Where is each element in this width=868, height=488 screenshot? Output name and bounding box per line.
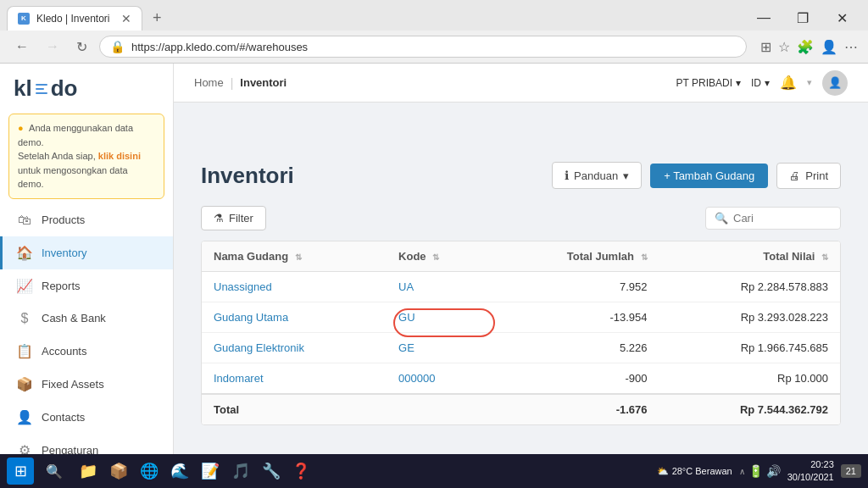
- sort-icon-kode: ⇅: [432, 252, 439, 262]
- restore-button[interactable]: ❐: [783, 5, 822, 30]
- sidebar-item-fixed-assets[interactable]: 📦 Fixed Assets: [0, 368, 173, 401]
- taskbar-spotify[interactable]: 🎵: [227, 458, 254, 485]
- sidebar-item-contacts[interactable]: 👤 Contacts: [0, 401, 173, 434]
- notifications-count[interactable]: 21: [841, 464, 861, 478]
- sort-icon-nilai: ⇅: [821, 252, 828, 262]
- row-2-nama[interactable]: Gudang Elektronik: [202, 333, 387, 363]
- row-1-jumlah: -13.954: [491, 302, 659, 333]
- company-selector[interactable]: PT PRIBADI ▾: [676, 77, 741, 89]
- sidebar-label-contacts: Contacts: [42, 411, 85, 424]
- sidebar-label-accounts: Accounts: [42, 345, 86, 358]
- grid-icon[interactable]: ⊞: [760, 39, 771, 55]
- row-1-kode[interactable]: GU: [387, 302, 491, 333]
- taskbar-system-icons: ∧ 🔋 🔊: [739, 464, 781, 478]
- tambah-gudang-button[interactable]: + Tambah Gudang: [650, 164, 768, 188]
- start-button[interactable]: ⊞: [7, 458, 34, 485]
- extensions-icon[interactable]: 🧩: [797, 39, 814, 55]
- refresh-button[interactable]: ↻: [71, 37, 92, 57]
- row-0-nama[interactable]: Unassigned: [202, 272, 387, 302]
- forward-button[interactable]: →: [41, 37, 64, 56]
- minimize-button[interactable]: —: [744, 5, 783, 30]
- clock-display[interactable]: 20:23 30/10/2021: [787, 458, 834, 485]
- taskbar-app2-icon: 🔧: [262, 462, 281, 480]
- language-selector[interactable]: ID ▾: [751, 77, 770, 89]
- address-bar-row: ← → ↻ 🔒 https://app.kledo.com/#/warehous…: [0, 30, 868, 63]
- filter-button[interactable]: ⚗ Filter: [201, 206, 266, 230]
- taskbar-files[interactable]: 📁: [75, 458, 102, 485]
- sidebar-item-products[interactable]: 🛍 Products: [0, 204, 173, 236]
- sidebar-item-inventory[interactable]: 🏠 Inventory: [0, 236, 173, 269]
- logo-text-do: do: [51, 75, 78, 102]
- taskbar-dropbox-icon: 📦: [109, 462, 128, 480]
- notification-icon[interactable]: 🔔: [780, 75, 797, 91]
- col-total-nilai[interactable]: Total Nilai ⇅: [659, 241, 840, 272]
- tab-favicon: K: [18, 13, 30, 25]
- row-2-jumlah: 5.226: [491, 333, 659, 363]
- company-name: PT PRIBADI: [676, 77, 732, 89]
- star-icon[interactable]: ☆: [778, 39, 790, 55]
- sidebar-label-fixed-assets: Fixed Assets: [42, 378, 104, 391]
- tab-close-icon[interactable]: ✕: [121, 12, 131, 25]
- sidebar-item-accounts[interactable]: 📋 Accounts: [0, 335, 173, 368]
- table-toolbar: ⚗ Filter 🔍: [201, 206, 841, 230]
- col-total-jumlah[interactable]: Total Jumlah ⇅: [491, 241, 659, 272]
- language-label: ID: [751, 77, 761, 89]
- taskbar: ⊞ 🔍 📁 📦 🌐 🌊 📝 🎵 🔧 ❓ ⛅ 28°C Berawan ∧ 🔋 🔊: [0, 454, 868, 488]
- col-kode-label: Kode: [398, 250, 426, 263]
- address-bar[interactable]: 🔒 https://app.kledo.com/#/warehouses: [99, 36, 747, 58]
- taskbar-word[interactable]: 📝: [197, 458, 224, 485]
- table-row: Gudang Elektronik GE 5.226 Rp 1.966.745.…: [202, 333, 840, 363]
- table-row: Indomaret 000000 -900 Rp 10.000: [202, 363, 840, 395]
- table-header-row: Nama Gudang ⇅ Kode ⇅ Total Jumlah ⇅: [202, 241, 840, 272]
- row-3-nilai: Rp 10.000: [659, 363, 840, 395]
- table-row-highlighted: Gudang Utama GU -13.954 Rp 3.293.028.223: [202, 302, 840, 333]
- filter-label: Filter: [229, 212, 253, 225]
- demo-text3: untuk mengosongkan data demo.: [18, 165, 128, 190]
- taskbar-spotify-icon: 🎵: [231, 462, 250, 480]
- header-right: PT PRIBADI ▾ ID ▾ 🔔 ▾ 👤: [676, 70, 848, 96]
- row-3-nama[interactable]: Indomaret: [202, 363, 387, 395]
- col-kode[interactable]: Kode ⇅: [387, 241, 491, 272]
- row-0-kode[interactable]: UA: [387, 272, 491, 302]
- col-nama-gudang[interactable]: Nama Gudang ⇅: [202, 241, 387, 272]
- demo-link[interactable]: klik disini: [98, 151, 141, 161]
- panduan-button[interactable]: ℹ Panduan ▾: [552, 162, 642, 189]
- tab-bar: K Kledo | Inventori ✕ + — ❐ ✕: [0, 0, 868, 30]
- panduan-chevron-icon: ▾: [623, 169, 629, 182]
- main-content: Inventori ℹ Panduan ▾ + Tambah Gudang 🖨 …: [174, 141, 868, 488]
- close-button[interactable]: ✕: [822, 5, 861, 30]
- tab-title: Kledo | Inventori: [36, 13, 114, 25]
- taskbar-edge[interactable]: 🌊: [166, 458, 193, 485]
- taskbar-search[interactable]: 🔍: [37, 458, 71, 485]
- breadcrumb-home[interactable]: Home: [194, 76, 224, 89]
- taskbar-chevron-icon[interactable]: ∧: [739, 467, 745, 476]
- row-1-nama[interactable]: Gudang Utama: [202, 302, 387, 333]
- taskbar-app1[interactable]: 🌐: [136, 458, 163, 485]
- taskbar-dropbox[interactable]: 📦: [105, 458, 132, 485]
- row-3-kode[interactable]: 000000: [387, 363, 491, 395]
- windows-icon: ⊞: [14, 462, 27, 480]
- new-tab-button[interactable]: +: [146, 9, 169, 27]
- row-2-nilai: Rp 1.966.745.685: [659, 333, 840, 363]
- page-actions: ℹ Panduan ▾ + Tambah Gudang 🖨 Print: [552, 162, 841, 189]
- row-2-kode[interactable]: GE: [387, 333, 491, 363]
- menu-icon[interactable]: ⋯: [844, 39, 858, 55]
- sidebar-item-reports[interactable]: 📈 Reports: [0, 269, 173, 302]
- demo-text2: Setelah Anda siap,: [18, 151, 96, 161]
- profile-icon[interactable]: 👤: [821, 39, 837, 55]
- print-button[interactable]: 🖨 Print: [776, 163, 841, 189]
- sidebar-item-cash-bank[interactable]: $ Cash & Bank: [0, 302, 173, 335]
- back-button[interactable]: ←: [10, 37, 34, 56]
- browser-tab[interactable]: K Kledo | Inventori ✕: [7, 6, 142, 30]
- search-box[interactable]: 🔍: [705, 207, 841, 230]
- logo-lines-icon: [36, 84, 47, 94]
- search-input[interactable]: [733, 212, 832, 225]
- weather-display: ⛅ 28°C Berawan: [657, 466, 732, 477]
- row-0-jumlah: 7.952: [491, 272, 659, 302]
- avatar[interactable]: 👤: [822, 70, 848, 96]
- taskbar-edge-icon: 🌊: [170, 462, 189, 480]
- taskbar-app2[interactable]: 🔧: [258, 458, 285, 485]
- print-label: Print: [805, 169, 828, 182]
- taskbar-help[interactable]: ❓: [292, 462, 310, 480]
- demo-banner: ● Anda menggunakan data demo. Setelah An…: [8, 114, 164, 199]
